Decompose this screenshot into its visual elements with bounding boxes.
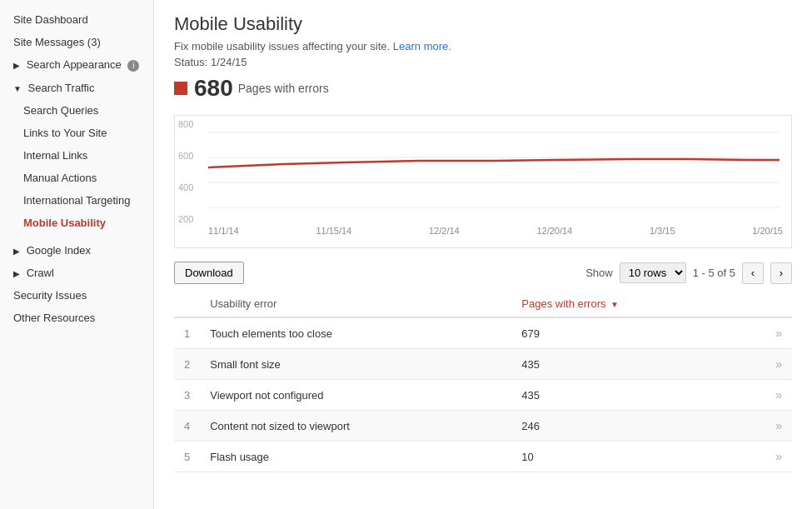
table-controls: Download Show 10 rows 25 rows 50 rows 1 …	[174, 262, 792, 284]
sidebar-item-search-traffic[interactable]: ▼ Search Traffic	[0, 77, 153, 99]
sidebar-item-links-to-site[interactable]: Links to Your Site	[0, 122, 153, 144]
row-num-5: 5	[174, 442, 200, 472]
pages-with-errors-cell-5: 10	[511, 442, 740, 472]
usability-table: Usability error Pages with errors ▼ 1 To…	[174, 291, 792, 472]
x-label-3: 12/2/14	[429, 226, 460, 236]
sort-arrow-icon: ▼	[610, 300, 619, 309]
y-label-400: 400	[178, 182, 193, 192]
prev-page-button[interactable]: ‹	[742, 262, 764, 284]
row-action-1[interactable]: »	[740, 317, 792, 349]
x-label-1: 11/1/14	[208, 226, 239, 236]
info-icon: i	[127, 60, 139, 72]
show-label: Show	[585, 267, 613, 279]
x-label-2: 11/15/14	[316, 226, 351, 236]
chevron-right-icon-2: ▶	[13, 247, 20, 256]
next-page-button[interactable]: ›	[770, 262, 792, 284]
error-icon	[174, 82, 187, 95]
pages-with-errors-cell-2: 435	[511, 349, 740, 380]
usability-error-cell-4: Content not sized to viewport	[200, 411, 511, 442]
sidebar-item-site-dashboard[interactable]: Site Dashboard	[0, 8, 153, 31]
subtitle: Fix mobile usability issues affecting yo…	[174, 40, 792, 52]
row-num-3: 3	[174, 380, 200, 411]
chevron-right-icon: ▶	[13, 61, 20, 70]
sidebar-item-search-queries[interactable]: Search Queries	[0, 99, 153, 122]
table-row[interactable]: 3 Viewport not configured 435 »	[174, 380, 792, 411]
chart-container: 800 600 400 200 11/1/14 11/15/14 12/2/14…	[174, 115, 792, 248]
rows-per-page-select[interactable]: 10 rows 25 rows 50 rows	[620, 262, 686, 283]
col-header-usability-error: Usability error	[200, 291, 511, 317]
sidebar: Site Dashboard Site Messages (3) ▶ Searc…	[0, 0, 154, 509]
col-header-pages-with-errors[interactable]: Pages with errors ▼	[511, 291, 740, 317]
sidebar-item-security-issues[interactable]: Security Issues	[0, 284, 153, 307]
sidebar-item-site-messages[interactable]: Site Messages (3)	[0, 31, 153, 53]
col-header-num	[174, 291, 200, 317]
sidebar-item-crawl[interactable]: ▶ Crawl	[0, 262, 153, 284]
sidebar-item-google-index[interactable]: ▶ Google Index	[0, 239, 153, 262]
table-row[interactable]: 1 Touch elements too close 679 »	[174, 317, 792, 349]
table-row[interactable]: 4 Content not sized to viewport 246 »	[174, 411, 792, 442]
row-action-5[interactable]: »	[740, 442, 792, 472]
x-label-5: 1/3/15	[650, 226, 675, 236]
main-content: Mobile Usability Fix mobile usability is…	[154, 0, 812, 509]
usability-error-cell-3: Viewport not configured	[200, 380, 511, 411]
usability-error-cell-1: Touch elements too close	[200, 317, 511, 349]
sidebar-item-manual-actions[interactable]: Manual Actions	[0, 167, 153, 189]
sidebar-item-internal-links[interactable]: Internal Links	[0, 144, 153, 167]
sidebar-item-search-appearance[interactable]: ▶ Search Appearance i	[0, 53, 153, 77]
x-label-6: 1/20/15	[752, 226, 783, 236]
status-line: Status: 1/24/15	[174, 56, 792, 68]
table-row[interactable]: 5 Flash usage 10 »	[174, 442, 792, 472]
row-num-2: 2	[174, 349, 200, 380]
chevron-right-icon-3: ▶	[13, 269, 20, 278]
row-num-4: 4	[174, 411, 200, 442]
page-title: Mobile Usability	[174, 13, 792, 35]
usability-error-cell-5: Flash usage	[200, 442, 511, 472]
download-button[interactable]: Download	[174, 262, 244, 284]
x-label-4: 12/20/14	[536, 226, 572, 236]
learn-more-link[interactable]: Learn more.	[393, 40, 451, 52]
error-summary: 680 Pages with errors	[174, 75, 792, 102]
sidebar-item-international-targeting[interactable]: International Targeting	[0, 189, 153, 212]
row-num-1: 1	[174, 317, 200, 349]
y-label-800: 800	[178, 119, 193, 129]
chart-svg	[208, 124, 780, 224]
error-count: 680	[194, 75, 233, 102]
row-action-4[interactable]: »	[740, 411, 792, 442]
sidebar-item-other-resources[interactable]: Other Resources	[0, 307, 153, 329]
row-action-3[interactable]: »	[740, 380, 792, 411]
sidebar-item-mobile-usability[interactable]: Mobile Usability	[0, 212, 153, 234]
pagination-info: 1 - 5 of 5	[693, 267, 735, 279]
row-action-2[interactable]: »	[740, 349, 792, 380]
col-header-action	[740, 291, 792, 317]
chevron-down-icon: ▼	[13, 84, 22, 93]
y-label-200: 200	[178, 214, 193, 224]
pages-with-errors-cell-3: 435	[511, 380, 740, 411]
table-row[interactable]: 2 Small font size 435 »	[174, 349, 792, 380]
pages-with-errors-cell-1: 679	[511, 317, 740, 349]
pages-with-errors-cell-4: 246	[511, 411, 740, 442]
usability-error-cell-2: Small font size	[200, 349, 511, 380]
y-label-600: 600	[178, 151, 193, 161]
pagination-controls: Show 10 rows 25 rows 50 rows 1 - 5 of 5 …	[585, 262, 792, 284]
error-label: Pages with errors	[238, 82, 329, 95]
